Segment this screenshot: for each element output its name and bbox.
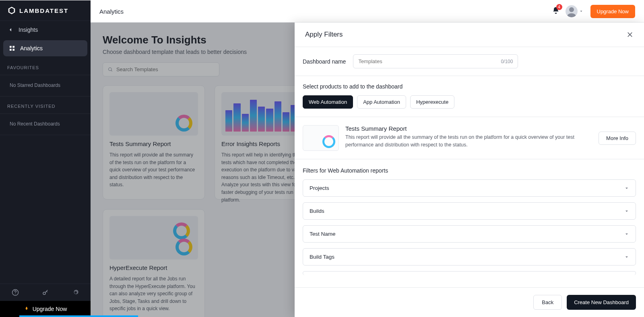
create-dashboard-button[interactable]: Create New Dashboard (567, 295, 636, 310)
svg-point-5 (15, 294, 16, 294)
selected-report-row: Tests Summary Report This report will pr… (295, 117, 644, 159)
nav-item-analytics[interactable]: Analytics (3, 40, 87, 56)
recent-empty: No Recent Dashboards (0, 117, 91, 131)
dashboard-name-input[interactable]: 0/100 (353, 54, 518, 68)
report-desc: This report will provide all the summary… (345, 134, 592, 149)
filter-projects[interactable]: Projects (303, 179, 636, 197)
svg-rect-0 (10, 46, 12, 48)
logo-text: LAMBDATEST (19, 7, 68, 14)
close-icon[interactable] (626, 31, 634, 38)
product-chips: Web Automation App Automation Hyperexecu… (295, 90, 644, 117)
chevron-down-icon (624, 232, 629, 237)
sidebar-footer-icons (0, 284, 91, 301)
favourites-header: FAVOURITES (0, 58, 91, 75)
svg-rect-1 (12, 46, 14, 48)
favourites-empty: No Starred Dashboards (0, 78, 91, 92)
filter-label: Test Name (310, 231, 336, 237)
chevron-down-icon (624, 209, 629, 214)
chevron-left-icon (7, 27, 14, 33)
chevron-down-icon (624, 186, 629, 191)
chip-hyperexecute[interactable]: Hyperexecute (410, 95, 454, 109)
upgrade-now-button[interactable]: Upgrade Now (590, 5, 636, 18)
select-products-label: Select products to add to the dashboard (295, 76, 644, 90)
chip-app-automation[interactable]: App Automation (357, 95, 406, 109)
breadcrumb: Analytics (99, 8, 124, 15)
back-button[interactable]: Back (533, 295, 562, 310)
key-icon[interactable] (42, 289, 49, 296)
panel-body: Dashboard name 0/100 Select products to … (295, 47, 644, 287)
nav-back-label: Insights (19, 27, 38, 33)
progress-bar (19, 315, 138, 317)
nav-back-insights[interactable]: Insights (0, 21, 91, 39)
filter-test-name[interactable]: Test Name (303, 225, 636, 243)
panel-header: Apply Filters (295, 23, 644, 47)
notification-badge: 4 (556, 4, 562, 10)
filter-label: Projects (310, 185, 329, 191)
report-thumb (303, 125, 339, 151)
chip-web-automation[interactable]: Web Automation (303, 95, 353, 109)
filter-placeholder (303, 271, 636, 275)
more-info-button[interactable]: More Info (599, 132, 636, 145)
report-title: Tests Summary Report (345, 125, 592, 132)
topbar: Analytics 4 Upgrade Now (91, 0, 644, 23)
grid-icon (9, 45, 15, 51)
sidebar-upgrade-button[interactable]: Upgrade Now (0, 301, 91, 317)
svg-point-6 (43, 292, 45, 294)
dashboard-name-row: Dashboard name 0/100 (295, 47, 644, 76)
char-counter: 0/100 (501, 59, 513, 64)
sidebar: LAMBDATEST Insights Analytics FAVOURITES… (0, 0, 91, 317)
recent-header: RECENTLY VISITED (0, 97, 91, 114)
logo[interactable]: LAMBDATEST (0, 0, 91, 21)
svg-rect-3 (12, 49, 14, 51)
filter-label: Builds (310, 208, 324, 214)
filters-section-label: Filters for Web Automation reports (295, 159, 644, 179)
dashboard-name-field[interactable] (358, 58, 501, 64)
filter-builds[interactable]: Builds (303, 202, 636, 220)
sidebar-upgrade-label: Upgrade Now (33, 306, 67, 312)
help-icon[interactable] (12, 289, 19, 296)
logo-icon (7, 6, 16, 15)
svg-rect-2 (10, 49, 12, 51)
filters-list: Projects Builds Test Name Build Tags (295, 179, 644, 283)
settings-icon[interactable] (72, 289, 79, 296)
panel-title: Apply Filters (305, 31, 343, 39)
dashboard-name-label: Dashboard name (303, 58, 346, 65)
chevron-down-icon (624, 255, 629, 259)
panel-footer: Back Create New Dashboard (295, 287, 644, 317)
rocket-icon (24, 306, 29, 312)
filter-label: Build Tags (310, 254, 334, 260)
filter-build-tags[interactable]: Build Tags (303, 248, 636, 266)
avatar[interactable] (566, 5, 578, 17)
notifications-button[interactable]: 4 (552, 6, 560, 16)
apply-filters-panel: Apply Filters Dashboard name 0/100 Selec… (295, 23, 644, 317)
nav-item-label: Analytics (20, 45, 43, 51)
chevron-down-icon[interactable] (579, 9, 583, 13)
